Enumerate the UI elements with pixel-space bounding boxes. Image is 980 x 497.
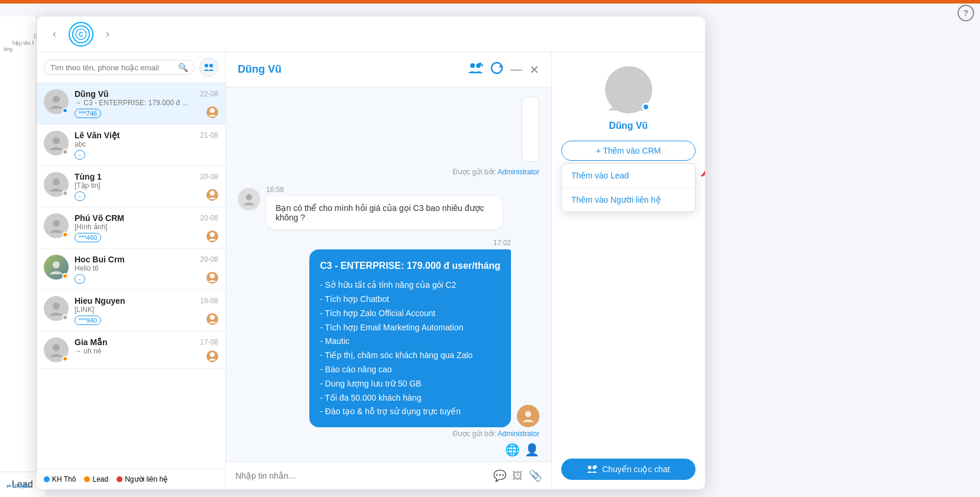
legend-dot-kh <box>44 476 50 482</box>
agent-icon <box>208 232 217 241</box>
left-edge-panel: tình tr h lead th lạc được 4 (26%): 4 hậ… <box>0 17 37 489</box>
svg-point-6 <box>210 108 215 113</box>
image-icon[interactable]: 🖼 <box>512 470 523 482</box>
refresh-icon[interactable] <box>490 61 503 77</box>
attach-icon[interactable]: 📎 <box>529 469 542 482</box>
chat-header: Dũng Vũ <box>226 52 551 87</box>
svg-point-26 <box>588 466 591 469</box>
help-icon[interactable]: ? <box>958 5 974 21</box>
contact-item[interactable]: Lê Văn Việt 21-08 abc - <box>37 125 225 166</box>
status-dot <box>62 190 68 196</box>
top-bar <box>0 0 980 4</box>
svg-point-23 <box>525 411 531 417</box>
contact-name: Gia Mẫn <box>75 337 108 347</box>
transfer-icon[interactable] <box>468 61 483 77</box>
agent-avatar <box>206 313 218 325</box>
package-line-9: - Tối đa 50.000 khách hàng <box>320 393 421 402</box>
chat-messages: Được gửi bởi: Administrator 16:58 Bạn có… <box>226 87 551 462</box>
contact-preview: → uh nè <box>75 347 193 355</box>
contact-preview: [Tập tin] <box>75 181 193 190</box>
default-avatar-icon <box>48 300 64 317</box>
contact-tag: - <box>75 191 85 201</box>
contact-list: Dũng Vũ 22-08 → C3 - ENTERPRISE: 179.000… <box>37 83 225 469</box>
contact-info: Gia Mẫn 17-08 → uh nè <box>75 337 218 355</box>
chat-input-bar: 💬 🖼 📎 <box>226 462 551 489</box>
chat-area: Dũng Vũ <box>226 52 551 489</box>
search-button[interactable]: 🔍 <box>178 63 188 72</box>
legend-label-nlh: Người liên hệ <box>125 475 167 483</box>
agent-avatar-wrap <box>206 272 218 284</box>
contact-item[interactable]: Hieu Nguyen 18-08 [LINK] ***940 <box>37 290 225 332</box>
contact-name: Hoc Bui Crm <box>75 255 125 264</box>
status-dot <box>62 314 68 320</box>
agent-avatar-wrap <box>206 350 218 362</box>
contact-preview: Hello t6 <box>75 264 193 272</box>
group-icon-button[interactable] <box>199 58 218 77</box>
agent-icon <box>208 314 217 324</box>
dropdown-menu: Thêm vào Lead Thêm vào Người liên hệ <box>561 163 696 212</box>
rp-avatar-wrap <box>605 66 652 113</box>
sent-by-name-2: Administrator <box>497 430 539 438</box>
contact-preview: [LINK] <box>75 306 193 314</box>
rp-online-dot <box>642 103 650 111</box>
contact-name: Dũng Vũ <box>75 89 109 99</box>
contact-item[interactable]: Gia Mẫn 17-08 → uh nè <box>37 332 225 369</box>
package-line-3: - Tích hợp Zalo Official Account <box>320 308 435 318</box>
legend-label-lead: Lead <box>92 475 108 483</box>
rp-footer: Chuyển cuộc chat <box>561 459 696 480</box>
status-dot <box>62 273 68 279</box>
add-crm-section: + Thêm vào CRM Thêm vào Lead Thêm vào Ng… <box>561 141 696 212</box>
transfer-chat-button[interactable]: Chuyển cuộc chat <box>561 459 696 480</box>
contact-item[interactable]: Dũng Vũ 22-08 → C3 - ENTERPRISE: 179.000… <box>37 83 225 125</box>
sidebar-footer: KH Thô Lead Người liên hệ <box>37 469 225 489</box>
contact-info: Tùng 1 20-08 [Tập tin] - <box>75 172 218 201</box>
agent-msg-icon <box>521 409 535 423</box>
close-icon[interactable]: ✕ <box>529 63 539 77</box>
contact-date: 21-08 <box>200 131 218 139</box>
person-icon: 👤 <box>525 443 539 457</box>
contact-tag: ***460 <box>75 233 101 242</box>
add-to-contact-item[interactable]: Thêm vào Người liên hệ <box>562 188 695 212</box>
search-input[interactable] <box>50 63 174 72</box>
msg-bubble-right: C3 - ENTERPRISE: 179.000 đ user/tháng - … <box>309 249 511 427</box>
contact-item[interactable]: Phú Võ CRM 20-08 [Hình ảnh] ***460 <box>37 207 225 249</box>
contact-date: 20-08 <box>200 173 218 181</box>
group-icon <box>203 63 214 72</box>
legend-nguoi-lien-he: Người liên hệ <box>117 475 167 483</box>
legend-dot-lead <box>84 476 90 482</box>
add-crm-button[interactable]: + Thêm vào CRM <box>561 141 696 161</box>
contact-info: Phú Võ CRM 20-08 [Hình ảnh] ***460 <box>75 213 218 242</box>
message-input[interactable] <box>235 471 487 480</box>
next-nav-button[interactable]: › <box>99 26 116 43</box>
contact-date: 17-08 <box>200 338 218 346</box>
legend-label-kh: KH Thô <box>52 475 76 483</box>
sent-by-name: Administrator <box>497 168 539 176</box>
emoji-icon[interactable]: 💬 <box>493 469 506 482</box>
agent-icon <box>208 352 217 361</box>
package-line-10: - Đào tạo & hỗ trợ sử dụng trực tuyến <box>320 407 461 416</box>
avatar-icon <box>48 259 64 275</box>
contact-item[interactable]: Hoc Bui Crm 20-08 Hello t6 - <box>37 249 225 290</box>
contact-item[interactable]: Tùng 1 20-08 [Tập tin] - <box>37 166 225 207</box>
svg-point-18 <box>470 63 475 68</box>
search-input-wrap: 🔍 <box>44 60 195 75</box>
msg-action-icons: 🌐 👤 <box>238 443 539 457</box>
agent-avatar <box>206 189 218 201</box>
minimize-icon[interactable]: — <box>510 63 522 76</box>
red-arrow-svg <box>696 164 705 188</box>
avatar-wrap <box>44 213 69 238</box>
agent-avatar-wrap <box>206 230 218 242</box>
status-dot <box>62 232 68 238</box>
agent-avatar <box>206 350 218 362</box>
msg-time: 16:58 <box>266 186 503 194</box>
search-bar: 🔍 <box>37 52 225 83</box>
doc-preview <box>522 97 539 162</box>
transfer-btn-label: Chuyển cuộc chat <box>602 464 670 474</box>
prev-nav-button[interactable]: ‹ <box>46 26 63 43</box>
sidebar: 🔍 <box>37 52 226 489</box>
agent-avatar-wrap <box>206 106 218 118</box>
add-to-lead-item[interactable]: Thêm vào Lead <box>562 164 695 188</box>
contact-date: 22-08 <box>200 90 218 98</box>
agent-icon <box>208 273 217 282</box>
contact-name: Phú Võ CRM <box>75 213 124 223</box>
